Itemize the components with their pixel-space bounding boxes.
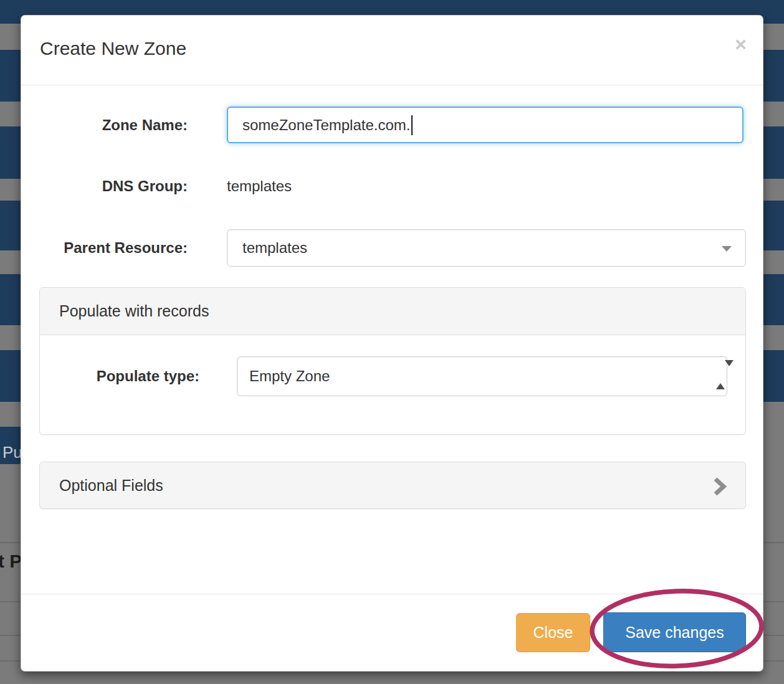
populate-panel-title: Populate with records xyxy=(40,288,745,335)
background-partial-button-label: Pu xyxy=(0,444,22,464)
dns-group-label: DNS Group: xyxy=(40,171,188,201)
populate-type-select[interactable]: Empty Zone xyxy=(237,356,727,396)
footer-divider xyxy=(21,594,763,594)
optional-fields-label: Optional Fields xyxy=(59,477,163,495)
save-changes-button[interactable]: Save changes xyxy=(603,612,746,652)
zone-name-input[interactable]: someZoneTemplate.com. xyxy=(227,107,743,143)
dns-group-value: templates xyxy=(227,171,292,201)
header-divider xyxy=(21,85,763,85)
populate-type-value: Empty Zone xyxy=(249,368,330,385)
optional-fields-toggle[interactable]: Optional Fields xyxy=(39,462,746,509)
chevron-right-icon xyxy=(713,477,727,500)
dialog-title: Create New Zone xyxy=(40,38,186,59)
text-cursor xyxy=(411,115,413,135)
populate-panel: Populate with records Populate type: Emp… xyxy=(39,287,746,435)
parent-resource-label: Parent Resource: xyxy=(40,229,188,267)
screen: Pu t P Create New Zone × Zone Name: some… xyxy=(0,0,784,684)
zone-name-value: someZoneTemplate.com. xyxy=(242,116,410,134)
zone-name-label: Zone Name: xyxy=(40,107,188,143)
close-button[interactable]: Close xyxy=(516,613,590,652)
populate-type-label: Populate type: xyxy=(59,356,199,396)
create-new-zone-dialog: Create New Zone × Zone Name: someZoneTem… xyxy=(21,15,763,672)
background-partial-heading: t P xyxy=(0,551,22,572)
close-icon[interactable]: × xyxy=(735,34,747,54)
chevron-down-icon xyxy=(722,246,732,252)
parent-resource-value: templates xyxy=(242,239,307,257)
parent-resource-select[interactable]: templates xyxy=(227,229,746,267)
